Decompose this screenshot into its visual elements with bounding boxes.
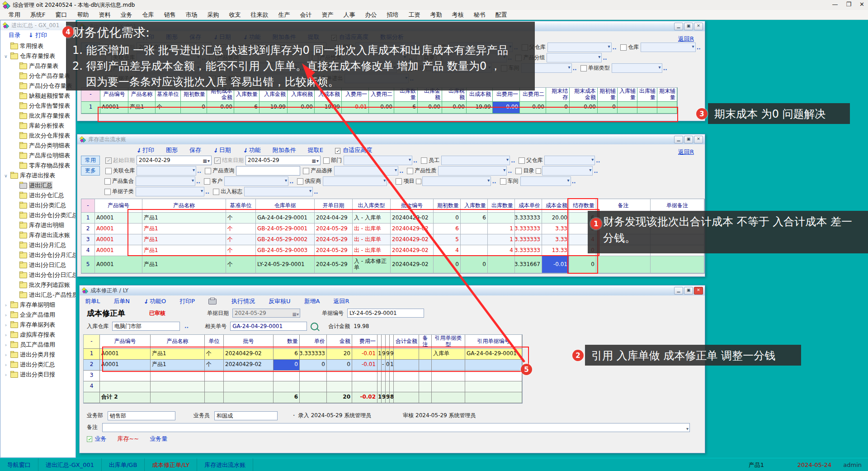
table-cell[interactable]: 4 [488, 245, 515, 256]
sidebar-catalog-link[interactable]: 目录 [9, 31, 20, 39]
warehouse-field[interactable]: 电脑门市部 [112, 322, 180, 331]
menu-item[interactable]: 配置 [490, 10, 512, 20]
table-cell[interactable]: 产品1 [142, 256, 226, 273]
more-dots[interactable]: .. [511, 157, 515, 164]
tree-expand-icon[interactable]: ∨ [3, 54, 9, 59]
table-cell[interactable]: 个 [156, 102, 181, 114]
table-cell[interactable] [488, 213, 515, 224]
table-cell[interactable]: 1 [377, 349, 382, 360]
more-dots[interactable]: .. [314, 189, 318, 195]
column-header[interactable]: 期末辅量 [657, 88, 677, 102]
more-dots[interactable]: .. [388, 178, 392, 185]
tree-item[interactable]: 进出分仓|分月汇总 [0, 250, 75, 260]
tree-item[interactable]: › 进出分类汇总 [0, 360, 75, 370]
filter-checkbox[interactable]: ✓起始日期 [105, 157, 135, 164]
chevron-down-icon[interactable]: ▾ [686, 424, 689, 433]
table-row[interactable]: 合计 2620-0.021998 [84, 392, 522, 403]
table-cell[interactable]: A0001 [95, 245, 142, 256]
table-cell[interactable]: 20240429-02 [391, 213, 434, 224]
maximize-button[interactable]: ▣ [684, 287, 693, 295]
table-cell[interactable]: -0.01 [352, 349, 377, 360]
more-dots[interactable]: .. [596, 157, 600, 164]
more-dots[interactable]: .. [197, 168, 201, 174]
more-dots[interactable]: .. [573, 65, 577, 71]
table-cell[interactable]: 2024-04-29 [315, 213, 353, 224]
table-cell[interactable]: 1 [81, 213, 95, 224]
table-cell[interactable]: 19.99 [259, 102, 288, 114]
table-cell[interactable] [465, 371, 522, 381]
sub-checkbox[interactable] [416, 179, 421, 184]
column-header[interactable] [390, 335, 394, 349]
table-cell[interactable] [327, 381, 352, 392]
table-cell[interactable]: 个 [226, 224, 256, 234]
close-button[interactable]: ✕ [694, 23, 703, 30]
table-cell[interactable]: 20240429-02 [391, 234, 434, 245]
more-dots[interactable]: .. [613, 44, 617, 51]
table-cell[interactable]: A0001 [95, 213, 142, 224]
toolbar-link[interactable]: 新增A [304, 297, 320, 305]
taskbar-item[interactable]: 库存进出流水账 [197, 458, 253, 471]
table-cell[interactable]: 0 [461, 256, 488, 273]
table-cell[interactable]: 产品1 [142, 245, 226, 256]
table-cell[interactable] [394, 371, 419, 381]
table-row[interactable]: 4 [84, 381, 522, 392]
table-cell[interactable]: GB-24-05-29-0002 [256, 234, 315, 245]
table-row[interactable]: 1A0001产品1个20240429-0263.33333320-0.01199… [84, 349, 522, 360]
column-header[interactable]: 期末结存 [546, 88, 570, 102]
minimize-button[interactable]: ▁ [674, 287, 683, 295]
filter-checkbox[interactable]: 产品集合 [104, 177, 134, 185]
table-cell[interactable]: 产品1 [142, 234, 226, 245]
table-cell[interactable]: 9 [382, 349, 386, 360]
table-cell[interactable]: 3.333333 [515, 234, 542, 245]
bottom-tab[interactable]: 库存~~ [117, 435, 139, 443]
table-cell[interactable]: 1 [488, 234, 515, 245]
filter-dropdown[interactable] [544, 156, 595, 165]
table-cell[interactable]: GA-24-04-29-0001 [256, 213, 315, 224]
table-cell[interactable]: GB-24-05-29-0001 [256, 224, 315, 234]
table-cell[interactable]: 0.00 [207, 102, 234, 114]
table-cell[interactable]: 0 [181, 102, 207, 114]
filter-dropdown[interactable] [136, 176, 195, 186]
menu-item[interactable]: 仓库 [137, 10, 159, 20]
maximize-button[interactable]: ▣ [684, 23, 693, 30]
table-cell[interactable]: 20240429-02 [224, 349, 274, 360]
table-cell[interactable] [300, 392, 327, 403]
table-cell[interactable] [657, 102, 677, 114]
tree-item[interactable]: ∨ 仓库存量报表 [0, 51, 75, 61]
column-header[interactable]: 期初数量 [434, 199, 461, 213]
filter-checkbox[interactable]: 产品查询 [205, 167, 234, 175]
column-header[interactable]: 引用单据类型 [432, 335, 465, 349]
table-cell[interactable] [300, 371, 327, 381]
sub-checkbox[interactable] [536, 168, 541, 174]
table-cell[interactable] [461, 224, 488, 234]
tree-item[interactable]: 库存进出明细 [0, 220, 75, 230]
filter-checkbox[interactable]: 出入标志 [213, 188, 242, 195]
back-link[interactable]: 返回R [678, 35, 694, 43]
more-dots[interactable]: .. [196, 178, 200, 185]
table-cell[interactable]: 0 [546, 102, 570, 114]
table-row[interactable]: 3 [84, 371, 522, 381]
table-cell[interactable]: 0 [386, 360, 390, 371]
table-cell[interactable]: 4 [81, 245, 95, 256]
column-header[interactable] [382, 335, 386, 349]
table-cell[interactable] [465, 381, 522, 392]
column-header[interactable]: 引用单据编号 [465, 335, 522, 349]
filter-checkbox[interactable]: ✓结束日期 [214, 157, 244, 164]
table-cell[interactable]: 3.333333 [515, 213, 542, 224]
filter-checkbox[interactable]: 车间 [500, 177, 519, 185]
toolbar-link[interactable]: 执行情况 [231, 297, 255, 305]
table-cell[interactable]: 个 [205, 360, 224, 371]
table-row[interactable]: 5A0001产品1个LY-24-05-29-00012024-05-29入 - … [81, 256, 704, 273]
filter-dropdown[interactable] [344, 156, 412, 165]
table-cell[interactable]: 1 [84, 349, 100, 360]
table-cell[interactable] [386, 371, 390, 381]
tree-item[interactable]: › 库存单据列表 [0, 320, 75, 330]
menu-item[interactable]: 生产 [273, 10, 295, 20]
table-cell[interactable]: 2 [84, 360, 100, 371]
tree-expand-icon[interactable]: ∨ [3, 173, 9, 178]
tree-item[interactable]: 分仓库告警报表 [0, 101, 75, 111]
menu-item[interactable]: 秘书 [468, 10, 490, 20]
tree-expand-icon[interactable]: › [3, 323, 9, 328]
table-cell[interactable]: 3.333333 [515, 245, 542, 256]
table-cell[interactable]: 3 [81, 234, 95, 245]
